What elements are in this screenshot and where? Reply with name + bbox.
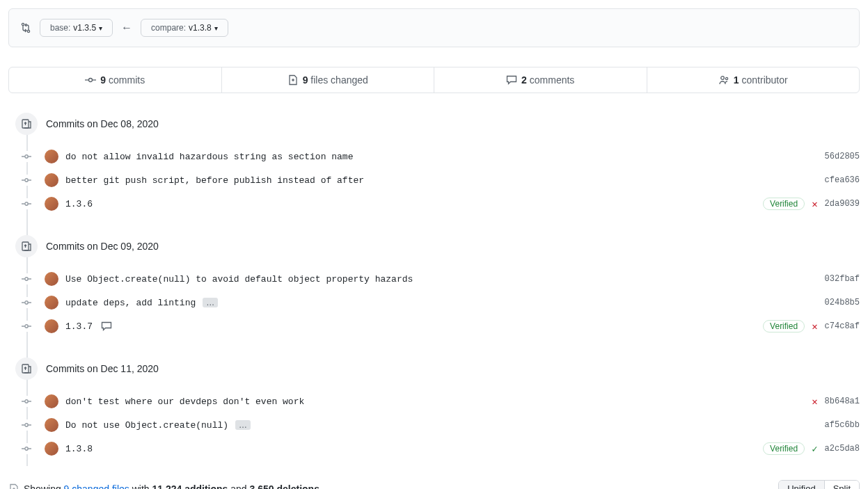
commit-sha[interactable]: 2da9039 bbox=[825, 199, 860, 209]
commit-sha[interactable]: c74c8af bbox=[825, 321, 860, 331]
commit-sha[interactable]: 8b648a1 bbox=[825, 396, 860, 406]
day-header: Commits on Dec 11, 2020 bbox=[21, 358, 860, 380]
commits-label: commits bbox=[109, 74, 145, 86]
day-header: Commits on Dec 09, 2020 bbox=[21, 235, 860, 257]
and-text: and bbox=[228, 483, 249, 490]
commit-row: Use Object.create(null) to avoid default… bbox=[21, 267, 860, 291]
commit-sha[interactable]: 024b8b5 bbox=[825, 298, 860, 307]
unified-view-button[interactable]: Unified bbox=[779, 481, 823, 489]
svg-point-10 bbox=[25, 155, 28, 158]
repo-push-icon bbox=[15, 113, 38, 135]
compare-ref: v1.3.8 bbox=[189, 23, 212, 33]
x-icon[interactable]: ✕ bbox=[812, 198, 817, 210]
x-icon[interactable]: ✕ bbox=[812, 321, 817, 332]
x-icon[interactable]: ✕ bbox=[812, 396, 817, 408]
period: . bbox=[319, 483, 322, 490]
commit-message[interactable]: 1.3.8 bbox=[65, 444, 93, 454]
commit-meta: af5c6bb bbox=[825, 420, 860, 430]
base-prefix: base: bbox=[50, 23, 70, 33]
contributors-count: 1 bbox=[734, 74, 739, 86]
base-ref: v1.3.5 bbox=[73, 23, 96, 33]
with-text: with bbox=[129, 483, 152, 490]
commit-meta: ✕8b648a1 bbox=[812, 396, 860, 408]
day-header-text: Commits on Dec 11, 2020 bbox=[46, 363, 159, 374]
commit-icon bbox=[85, 74, 96, 86]
commit-message[interactable]: 1.3.7 bbox=[65, 321, 93, 332]
commit-meta: cfea636 bbox=[825, 175, 860, 185]
svg-point-30 bbox=[25, 400, 28, 403]
commit-node-icon bbox=[21, 419, 32, 431]
arrow-left-icon: ← bbox=[121, 22, 132, 34]
commit-sha[interactable]: 032fbaf bbox=[825, 274, 860, 284]
svg-point-26 bbox=[25, 325, 28, 328]
comments-label: comments bbox=[530, 74, 575, 86]
commit-message[interactable]: Use Object.create(null) to avoid default… bbox=[65, 274, 413, 284]
svg-point-36 bbox=[25, 447, 28, 450]
base-branch-button[interactable]: base: v1.3.5 ▾ bbox=[40, 19, 113, 37]
commit-message[interactable]: Do not use Object.create(null) bbox=[65, 420, 228, 431]
file-diff-icon bbox=[8, 483, 19, 490]
commit-node-icon bbox=[21, 396, 32, 407]
files-label: files changed bbox=[310, 74, 368, 86]
comment-icon[interactable] bbox=[101, 321, 112, 332]
commit-row: Do not use Object.create(null) …af5c6bb bbox=[21, 413, 860, 437]
avatar[interactable] bbox=[45, 296, 58, 310]
commit-node-icon bbox=[21, 198, 32, 209]
tab-contributors[interactable]: 1 contributor bbox=[647, 67, 860, 93]
ellipsis-button[interactable]: … bbox=[235, 420, 251, 430]
commits-timeline: Commits on Dec 08, 2020do not allow inva… bbox=[8, 113, 860, 460]
commit-row: 1.3.8Verified✓a2c5da8 bbox=[21, 437, 860, 460]
commit-day-group: Commits on Dec 09, 2020Use Object.create… bbox=[21, 235, 860, 338]
verified-badge[interactable]: Verified bbox=[763, 442, 805, 455]
tab-commits[interactable]: 9 commits bbox=[9, 67, 222, 93]
commit-sha[interactable]: af5c6bb bbox=[825, 420, 860, 430]
commit-message[interactable]: update deps, add linting bbox=[65, 298, 196, 308]
deletions-count: 3,650 deletions bbox=[250, 483, 319, 490]
commit-message[interactable]: don't test where our devdeps don't even … bbox=[65, 396, 304, 407]
changed-files-link[interactable]: 9 changed files bbox=[64, 483, 129, 490]
avatar[interactable] bbox=[45, 173, 58, 187]
avatar[interactable] bbox=[45, 418, 58, 432]
commit-sha[interactable]: cfea636 bbox=[825, 175, 860, 185]
avatar[interactable] bbox=[45, 394, 58, 408]
commit-row: better git push script, before publish i… bbox=[21, 168, 860, 192]
caret-down-icon: ▾ bbox=[214, 24, 218, 32]
avatar[interactable] bbox=[45, 319, 58, 333]
split-view-button[interactable]: Split bbox=[824, 481, 859, 489]
comments-count: 2 bbox=[521, 74, 527, 86]
commit-sha[interactable]: 56d2805 bbox=[825, 152, 860, 161]
compare-branch-button[interactable]: compare: v1.3.8 ▾ bbox=[141, 19, 228, 37]
commit-row: 1.3.6Verified✕2da9039 bbox=[21, 192, 860, 216]
commit-node-icon bbox=[21, 297, 32, 308]
compare-tabnav: 9 commits 9 files changed 2 comments 1 c… bbox=[8, 67, 860, 93]
avatar[interactable] bbox=[45, 150, 58, 163]
svg-point-7 bbox=[721, 77, 725, 80]
commit-message[interactable]: 1.3.6 bbox=[65, 199, 93, 209]
commit-meta: Verified✕2da9039 bbox=[763, 198, 860, 210]
git-compare-icon bbox=[20, 22, 31, 33]
verified-badge[interactable]: Verified bbox=[763, 320, 805, 332]
verified-badge[interactable]: Verified bbox=[763, 198, 805, 210]
day-header-text: Commits on Dec 08, 2020 bbox=[46, 118, 159, 129]
commit-sha[interactable]: a2c5da8 bbox=[825, 444, 860, 454]
commit-node-icon bbox=[21, 151, 32, 162]
commit-day-group: Commits on Dec 11, 2020don't test where … bbox=[21, 358, 860, 460]
svg-point-23 bbox=[25, 301, 28, 304]
commit-meta: 56d2805 bbox=[825, 152, 860, 161]
ellipsis-button[interactable]: … bbox=[203, 298, 218, 307]
people-icon bbox=[718, 74, 729, 86]
commit-day-group: Commits on Dec 08, 2020do not allow inva… bbox=[21, 113, 860, 216]
avatar[interactable] bbox=[45, 442, 58, 456]
commits-count: 9 bbox=[100, 74, 106, 86]
avatar[interactable] bbox=[45, 272, 58, 286]
tab-comments[interactable]: 2 comments bbox=[434, 67, 647, 93]
avatar[interactable] bbox=[45, 197, 58, 211]
commit-node-icon bbox=[21, 321, 32, 332]
diff-summary-bar: Showing 9 changed files with 11,224 addi… bbox=[8, 480, 860, 489]
check-icon[interactable]: ✓ bbox=[812, 443, 817, 455]
commit-message[interactable]: better git push script, before publish i… bbox=[65, 175, 364, 186]
svg-point-16 bbox=[25, 202, 28, 205]
svg-point-13 bbox=[25, 179, 28, 182]
tab-files-changed[interactable]: 9 files changed bbox=[222, 67, 435, 93]
commit-message[interactable]: do not allow invalid hazardous string as… bbox=[65, 152, 353, 162]
